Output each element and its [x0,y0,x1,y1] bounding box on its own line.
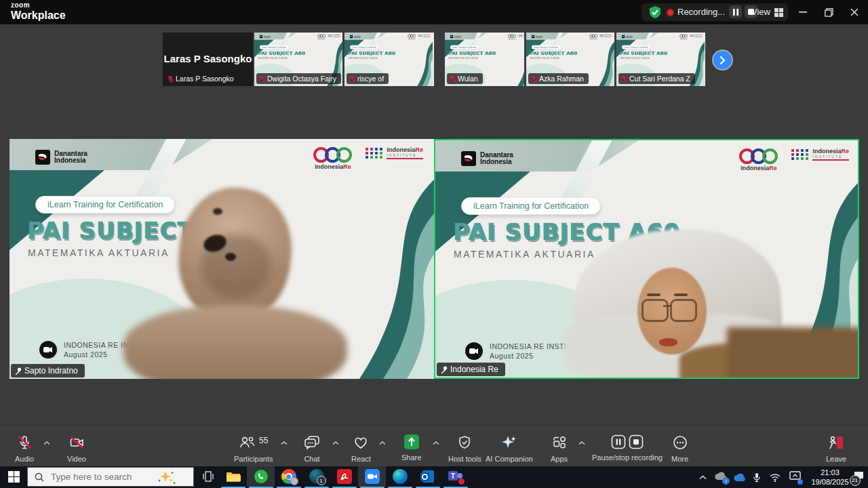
danantara-logo-icon [35,150,50,165]
acrobat-icon[interactable] [330,466,358,487]
stop-record-icon [629,434,644,449]
participant-name-tag: Azka Rahman [528,73,589,84]
start-button[interactable] [0,466,28,487]
chat-options-chevron[interactable] [332,441,339,445]
whatsapp-icon[interactable] [247,466,275,487]
leave-button[interactable]: Leave [826,434,846,463]
verified-shield-icon [648,5,662,19]
audio-button[interactable]: Audio [15,434,34,463]
chrome-icon[interactable] [275,466,302,487]
share-options-chevron[interactable] [433,441,439,445]
participant-tile-wulan[interactable]: DanantaraIndonesia IndonesiaRe Indonesia [445,33,524,86]
participant-tile-riscye[interactable]: DanantaraIndonesia IndonesiaRe Indonesia [344,33,434,86]
taskbar-clock[interactable]: 21:03 19/08/2025 [811,468,849,487]
onedrive-info-badge: i [722,477,730,485]
slide-title: PAI SUBJECT A60 [348,50,395,56]
edge-icon[interactable] [386,466,414,487]
notification-badge: 1 [317,476,326,485]
next-participants-button[interactable] [713,51,732,69]
slide-badge: iLearn Training for Certification [35,196,175,214]
indonesiare-institute-logo: IndonesiaRe INSTITUTE [328,35,340,37]
participant-name-tag: Wulan [447,73,483,84]
windows-taskbar: 1 T [0,466,868,488]
host-tools-button[interactable]: Host tools [448,434,481,463]
apps-options-chevron[interactable] [578,441,585,445]
muted-mic-icon [349,75,355,83]
slide-badge: iLearn Training for Certification [532,45,561,49]
teams-alert-dot [458,479,465,485]
participant-tile-cutsari[interactable]: DanantaraIndonesia IndonesiaRe Indonesia [616,33,705,86]
restore-button[interactable] [815,0,842,24]
chat-button[interactable]: Chat [303,434,321,463]
cast-active-dot [797,479,803,485]
audio-options-chevron[interactable] [43,441,50,445]
indonesiare-institute-logo: IndonesiaRe INSTITUTE [519,35,524,37]
slide-subtitle: MATEMATIKA AKTUARIA [620,57,650,60]
tray-expand-button[interactable] [696,466,709,488]
screen-share-tray-icon[interactable] [785,466,804,488]
onedrive-icon[interactable] [731,466,749,488]
camera-icon [465,342,483,360]
task-view-button[interactable] [194,466,222,487]
file-explorer-icon[interactable] [219,466,247,487]
wifi-icon[interactable] [766,466,784,488]
participant-tile-laras[interactable]: Laras P Sasongko Laras P Sasongko [163,33,253,86]
video-name-tag: Indonesia Re [437,363,505,376]
tray-microphone-icon[interactable] [749,466,765,488]
pin-icon [14,367,22,375]
face-mark [225,253,236,261]
view-menu[interactable]: View [751,7,770,17]
danantara-logo: DanantaraIndonesia [532,35,542,39]
app-with-badge-icon[interactable]: 1 [302,466,330,487]
slide-title: PAI SUBJECT A60 [620,50,667,56]
svg-text:T: T [450,472,454,480]
react-options-chevron[interactable] [379,441,386,445]
teams-icon[interactable]: T [441,466,469,487]
share-button[interactable]: Share [401,434,421,462]
slide-title: PAI SUBJECT A60 [530,50,577,56]
slide-right-swoosh [587,33,614,86]
pause-stop-recording-button[interactable]: Pause/stop recording [592,434,663,462]
danantara-logo: DanantaraIndonesia [461,151,513,166]
view-grid-icon[interactable] [774,8,783,17]
participant-display-name: Laras P Sasongko [163,53,253,64]
search-input[interactable] [50,471,154,483]
zoom-app-icon[interactable] [358,466,386,487]
outlook-icon[interactable] [414,466,441,487]
shoulder [727,327,859,379]
recording-status: Recording... [677,7,725,17]
react-button[interactable]: React [351,434,371,463]
minimize-button[interactable] [789,0,816,24]
more-button[interactable]: More [671,434,688,463]
slide-right-swoosh [505,33,524,86]
participants-button[interactable]: 55 Participants [234,434,273,463]
ai-companion-button[interactable]: AI Companion [486,434,533,463]
participants-icon [239,434,256,451]
participants-options-chevron[interactable] [281,441,288,445]
video-button[interactable]: Video [67,434,86,463]
notification-count-badge: 21 [850,475,861,486]
close-button[interactable] [841,0,868,24]
notification-center-button[interactable]: 21 [849,466,868,488]
taskbar-search[interactable] [27,467,194,487]
danantara-logo-icon [450,35,454,39]
apps-button[interactable]: Apps [551,434,568,463]
danantara-logo-icon [622,35,625,39]
heart-icon [353,434,369,451]
indonesiare-logo: IndonesiaRe [408,35,416,40]
slide-badge: iLearn Training for Certification [260,45,289,49]
onedrive-paused-icon[interactable]: i [712,466,730,488]
participant-tile-azka[interactable]: DanantaraIndonesia IndonesiaRe Indonesia [526,33,614,86]
indonesiare-logo: IndonesiaRe [313,147,352,170]
danantara-logo-icon [350,35,353,39]
chrome-profile-badge [290,477,298,485]
video-feed-indonesiare[interactable]: DanantaraIndonesia IndonesiaRe Indonesia [434,139,859,379]
clock-date: 19/08/2025 [811,478,848,486]
participant-tile-dwigita[interactable]: DanantaraIndonesia IndonesiaRe Indonesia [254,33,342,86]
pause-recording-button[interactable] [729,5,742,18]
indonesiare-institute-logo: IndonesiaRe INSTITUTE [600,35,612,37]
slide-subtitle: MATEMATIKA AKTUARIA [349,57,378,60]
danantara-logo-icon [260,35,263,39]
camera-icon [39,341,57,359]
video-feed-sapto[interactable]: DanantaraIndonesia IndonesiaRe Indonesia [9,139,434,379]
